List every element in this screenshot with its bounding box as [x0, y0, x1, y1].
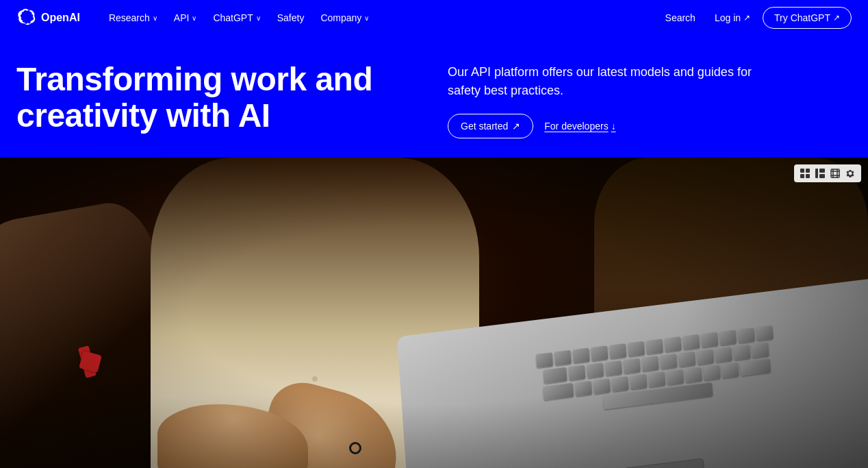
try-chatgpt-button[interactable]: Try ChatGPT ↗ [763, 7, 852, 29]
svg-rect-4 [815, 169, 818, 178]
nav-actions: Search Log in ↗ Try ChatGPT ↗ [659, 7, 852, 29]
openai-logo-icon [16, 8, 36, 27]
brand-name: OpenAI [41, 12, 80, 24]
hero-headline-area: Transforming work and creativity with AI [16, 62, 420, 134]
nav-chatgpt[interactable]: ChatGPT ∨ [206, 8, 267, 27]
chevron-down-icon: ∨ [192, 14, 196, 22]
hero-image [0, 158, 868, 468]
search-button[interactable]: Search [659, 8, 702, 27]
nav-company[interactable]: Company ∨ [314, 8, 376, 27]
get-started-button[interactable]: Get started ↗ [448, 114, 533, 138]
svg-rect-6 [819, 174, 825, 178]
chevron-down-icon: ∨ [364, 14, 369, 22]
nav-research[interactable]: Research ∨ [102, 8, 164, 27]
settings-icon[interactable] [843, 167, 857, 180]
hero-image-container [0, 158, 868, 468]
hero-content-area: Our API platform offers our latest model… [448, 58, 852, 138]
nav-links: Research ∨ API ∨ ChatGPT ∨ Safety Compan… [102, 8, 659, 27]
login-link[interactable]: Log in ↗ [708, 8, 757, 27]
nav-safety[interactable]: Safety [270, 8, 311, 27]
logo-link[interactable]: OpenAI [16, 8, 80, 27]
grid-view-icon[interactable] [798, 167, 812, 180]
chevron-down-icon: ∨ [256, 14, 261, 22]
svg-rect-0 [800, 169, 804, 173]
for-developers-link[interactable]: For developers ↓ [544, 121, 615, 132]
nav-api[interactable]: API ∨ [167, 8, 204, 27]
fullscreen-icon[interactable] [828, 167, 842, 180]
hero-subtext: Our API platform offers our latest model… [448, 63, 776, 100]
hero-buttons: Get started ↗ For developers ↓ [448, 114, 852, 138]
hero-headline: Transforming work and creativity with AI [16, 62, 420, 134]
svg-rect-5 [819, 169, 825, 173]
svg-rect-7 [831, 169, 839, 177]
chevron-down-icon: ∨ [153, 14, 157, 22]
external-link-icon: ↗ [743, 13, 750, 23]
svg-rect-3 [806, 174, 810, 178]
arrow-icon: ↗ [512, 121, 520, 132]
arrow-down-icon: ↓ [611, 121, 616, 132]
svg-rect-2 [800, 174, 804, 178]
hero-section: Transforming work and creativity with AI… [0, 36, 868, 158]
sidebar-view-icon[interactable] [813, 167, 827, 180]
arrow-icon: ↗ [833, 13, 840, 23]
image-toolbar [794, 164, 861, 182]
navigation: OpenAI Research ∨ API ∨ ChatGPT ∨ Safety… [0, 0, 868, 36]
svg-rect-1 [806, 169, 810, 173]
